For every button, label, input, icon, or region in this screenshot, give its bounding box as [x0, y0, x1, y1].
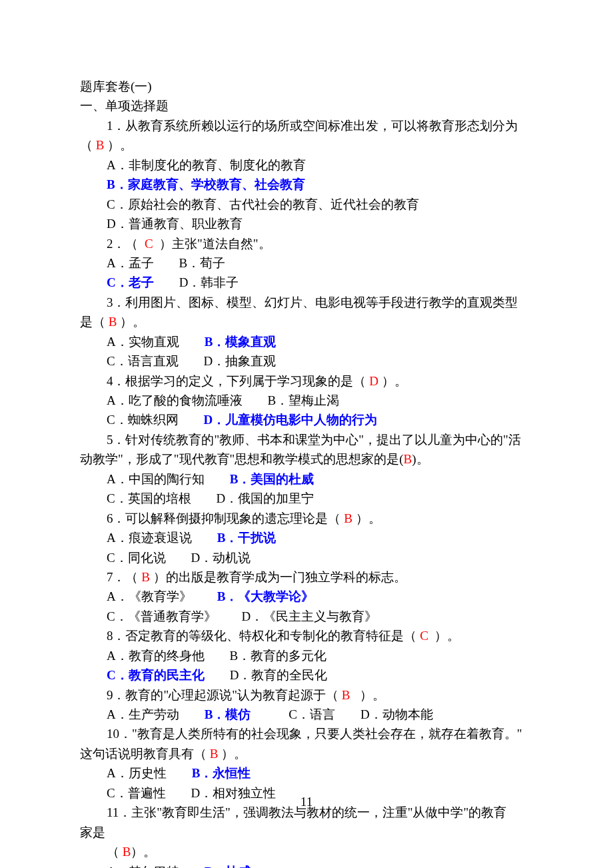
q5-stem-line2: 动教学"，形成了"现代教育"思想和教学模式的思想家的是(B)。 [80, 449, 533, 469]
q10-answer: B [210, 747, 219, 761]
document-body: 题库套卷(一) 一、单项选择题 1．从教育系统所赖以运行的场所或空间标准出发，可… [80, 77, 533, 868]
q3-stem-b-a: 是（ [80, 315, 109, 329]
q5-line2b: )。 [412, 452, 428, 466]
q11-stem-line2: 家是 [80, 823, 533, 842]
q11-stem-line3: （ B）。 [80, 842, 533, 861]
q10-stem-line1: 10．"教育是人类所特有的社会现象，只要人类社会存在，就存在着教育。" [80, 724, 533, 743]
q5-stem-line1: 5．针对传统教育的"教师、书本和课堂为中心"，提出了以儿童为中心的"活 [80, 430, 533, 449]
section-title: 一、单项选择题 [80, 96, 533, 115]
q3-stem-line2: 是（ B ）。 [80, 312, 533, 331]
q7-option-b: B．《大教学论》 [217, 589, 314, 603]
q1-option-b: B．家庭教育、学校教育、社会教育 [80, 175, 533, 194]
q4-stem-a: 4．根据学习的定义，下列属于学习现象的是（ [107, 374, 369, 388]
q4-option-d: D．儿童模仿电影中人物的行为 [204, 413, 378, 427]
q2-stem-a: 2．（ [107, 237, 145, 251]
q3-answer: B [109, 315, 117, 329]
q9-stem-a: 9．教育的"心理起源说"认为教育起源于（ [107, 688, 342, 702]
q11-line3a: （ [107, 845, 123, 859]
q1-paren-open: （ [80, 138, 96, 152]
q9-option-b: B．模仿 [205, 707, 251, 721]
q6-line-ab: A．痕迹衰退说 B．干扰说 [80, 528, 533, 547]
exam-header: 题库套卷(一) [80, 77, 533, 96]
page-number: 11 [0, 792, 613, 811]
q3-line-cd: C．语言直观 D．抽象直观 [80, 351, 533, 371]
q7-stem-b: ）的出版是教育学成为一门独立学科的标志。 [150, 570, 406, 584]
q6-stem-a: 6．可以解释倒摄抑制现象的遗忘理论是（ [107, 511, 344, 525]
q4-answer: D [369, 374, 378, 388]
q9-stem: 9．教育的"心理起源说"认为教育起源于（ B ）。 [80, 685, 533, 705]
q3-option-b: B．模象直观 [205, 335, 277, 349]
q4-stem-b: ）。 [378, 374, 407, 388]
q9-stem-b: ）。 [350, 688, 384, 702]
q8-option-c: C．教育的民主化 [107, 668, 205, 682]
q2-answer: C [145, 237, 153, 251]
q8-line-cd: C．教育的民主化 D．教育的全民化 [80, 665, 533, 685]
q2-stem-b: ）主张"道法自然"。 [153, 237, 271, 251]
q6-answer: B [344, 511, 352, 525]
q8-line-ab: A．教育的终身他 B．教育的多元化 [80, 646, 533, 665]
q8-stem: 8．否定教育的等级化、特权化和专制化的教育特征是（ C ）。 [80, 626, 533, 645]
q3-stem-line1: 3．利用图片、图标、模型、幻灯片、电影电视等手段进行教学的直观类型 [80, 293, 533, 312]
q1-option-c: C．原始社会的教育、古代社会的教育、近代社会的教育 [80, 195, 533, 214]
q1-paren-close: ）。 [104, 138, 133, 152]
q7-stem-a: 7．（ [107, 570, 141, 584]
q5-line-ab: A．中国的陶行知 B．美国的杜威 [80, 469, 533, 489]
q9-line-abcd: A．生产劳动 B．模仿 C．语言 D．动物本能 [80, 705, 533, 724]
q5-line2a: 动教学"，形成了"现代教育"思想和教学模式的思想家的是( [80, 452, 404, 466]
q4-line-cd: C．蜘蛛织网 D．儿童模仿电影中人物的行为 [80, 410, 533, 429]
q1-option-d: D．普通教育、职业教育 [80, 214, 533, 233]
q10-line2b: ）。 [218, 747, 247, 761]
q9-option-a: A．生产劳动 [107, 707, 205, 721]
q7-answer: B [141, 570, 150, 584]
q6-stem: 6．可以解释倒摄抑制现象的遗忘理论是（ B ）。 [80, 509, 533, 528]
q1-option-a: A．非制度化的教育、制度化的教育 [80, 155, 533, 175]
q2-option-d: D．韩非子 [154, 275, 239, 289]
q1-answer: B [96, 138, 105, 152]
q1-stem-line1: 1．从教育系统所赖以运行的场所或空间标准出发，可以将教育形态划分为 [80, 116, 533, 135]
q3-stem-b-b: ）。 [117, 315, 145, 329]
q5-option-b: B．美国的杜威 [230, 472, 314, 486]
q2-stem: 2．（ C ）主张"道法自然"。 [80, 234, 533, 253]
q10-option-a: A．历史性 [107, 766, 192, 780]
q10-stem-line2: 这句话说明教育具有（ B ）。 [80, 744, 533, 763]
q10-option-b: B．永恒性 [192, 766, 251, 780]
q11-line-ab: A．赫尔巴特 B．杜威 [80, 862, 533, 869]
q5-line-cd: C．英国的培根 D．俄国的加里宁 [80, 489, 533, 508]
q4-line-ab: A．吃了酸的食物流唾液 B．望梅止渴 [80, 391, 533, 410]
q8-answer: C [420, 629, 428, 643]
q5-option-a: A．中国的陶行知 [107, 472, 230, 486]
q9-option-cd: C．语言 D．动物本能 [251, 707, 432, 721]
q9-answer: B [342, 688, 350, 702]
q11-answer: B [123, 845, 131, 859]
q6-option-a: A．痕迹衰退说 [107, 531, 217, 545]
q3-option-a: A．实物直观 [107, 335, 205, 349]
q3-line-ab: A．实物直观 B．模象直观 [80, 332, 533, 351]
q8-option-d: D．教育的全民化 [205, 668, 328, 682]
q2-option-c: C．老子 [107, 275, 154, 289]
q7-stem: 7．（ B ）的出版是教育学成为一门独立学科的标志。 [80, 567, 533, 587]
q11-option-b: B．杜威 [205, 865, 251, 869]
q6-option-b: B．干扰说 [217, 531, 277, 545]
q7-line-cd: C．《普通教育学》 D．《民主主义与教育》 [80, 607, 533, 626]
q10-line-ab: A．历史性 B．永恒性 [80, 763, 533, 783]
q10-line2a: 这句话说明教育具有（ [80, 747, 210, 761]
q5-answer: B [404, 452, 412, 466]
q6-line-cd: C．同化说 D．动机说 [80, 548, 533, 567]
q6-stem-b: ）。 [352, 511, 381, 525]
q7-option-a: A．《教育学》 [107, 589, 217, 603]
q7-line-ab: A．《教育学》 B．《大教学论》 [80, 587, 533, 606]
q11-line3b: ）。 [131, 845, 156, 859]
q4-option-c: C．蜘蛛织网 [107, 413, 204, 427]
q11-option-a: A．赫尔巴特 [107, 865, 205, 869]
q4-stem: 4．根据学习的定义，下列属于学习现象的是（ D ）。 [80, 371, 533, 391]
q8-stem-b: ）。 [428, 629, 460, 643]
q8-stem-a: 8．否定教育的等级化、特权化和专制化的教育特征是（ [107, 629, 420, 643]
q1-stem-line2: （ B ）。 [80, 135, 533, 155]
q2-line-ab: A．孟子 B．荀子 [80, 253, 533, 273]
q2-line-cd: C．老子 D．韩非子 [80, 273, 533, 292]
